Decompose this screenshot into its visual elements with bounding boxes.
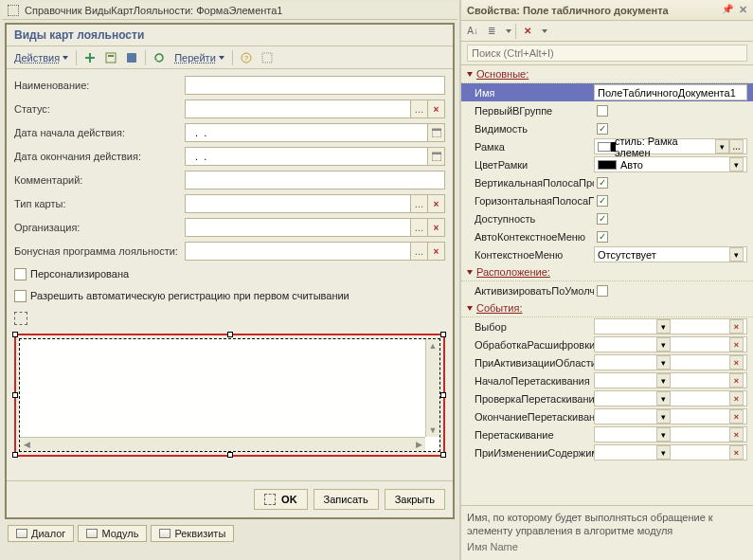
checkbox[interactable] (597, 285, 608, 297)
save-button[interactable]: Записать (314, 489, 379, 510)
resize-handle[interactable] (440, 392, 446, 398)
field-input[interactable] (185, 123, 428, 142)
field-input[interactable] (185, 194, 411, 213)
clear-button[interactable]: × (428, 99, 445, 118)
dropdown-icon[interactable]: ▾ (729, 157, 744, 172)
goto-menu[interactable]: Перейти (172, 50, 226, 65)
prop-event[interactable]: НачалоПеретаскивания ▾× (461, 371, 753, 389)
dropdown-icon[interactable]: ▾ (656, 373, 671, 388)
prop-event[interactable]: ОбработкаРасшифровки ▾× (461, 335, 753, 353)
close-icon[interactable]: ✕ (739, 4, 747, 16)
prop-frame-color[interactable]: ЦветРамкиАвто▾ (461, 155, 753, 173)
dropdown-icon[interactable]: ▾ (656, 319, 671, 334)
checkbox[interactable]: ✓ (597, 195, 608, 207)
checkbox[interactable]: ✓ (597, 123, 608, 135)
section-layout[interactable]: Расположение: (461, 263, 753, 281)
actions-menu[interactable]: Действия (12, 50, 70, 65)
section-main[interactable]: Основные: (461, 65, 753, 83)
clear-button[interactable]: × (729, 373, 744, 388)
clear-button[interactable]: × (428, 194, 445, 213)
add-icon[interactable] (82, 50, 98, 65)
scroll-left-icon[interactable]: ◀ (20, 438, 33, 451)
field-input[interactable] (185, 242, 411, 261)
prop-event[interactable]: ПриИзмененииСодержим ▾× (461, 443, 753, 461)
prop-event[interactable]: ПроверкаПеретаскивани ▾× (461, 389, 753, 407)
checkbox[interactable]: ✓ (597, 177, 608, 189)
dropdown-icon[interactable]: ▾ (656, 355, 671, 370)
field-input[interactable] (185, 171, 445, 190)
dropdown-icon[interactable]: ▾ (656, 427, 671, 442)
search-input[interactable] (467, 45, 747, 62)
checkbox[interactable] (14, 290, 27, 302)
dropdown-icon[interactable]: ▾ (656, 391, 671, 406)
sort-alpha-icon[interactable]: A↓ (465, 24, 480, 39)
resize-handle[interactable] (12, 332, 18, 337)
tab-модуль[interactable]: Модуль (78, 525, 147, 542)
prop-event[interactable]: Выбор ▾× (461, 317, 753, 335)
save-icon[interactable] (124, 50, 139, 65)
clear-button[interactable]: × (729, 319, 744, 334)
prop-event[interactable]: Перетаскивание ▾× (461, 425, 753, 443)
resize-handle[interactable] (12, 452, 18, 458)
dropdown-icon[interactable]: ▾ (656, 445, 671, 460)
tab-реквизиты[interactable]: Реквизиты (151, 525, 234, 542)
prop-hscroll[interactable]: ГоризонтальнаяПолосаП✓ (461, 191, 753, 209)
prop-first-in-group[interactable]: ПервыйВГруппе (461, 101, 753, 119)
resize-handle[interactable] (12, 392, 18, 398)
dropdown-icon[interactable]: ▾ (729, 247, 744, 262)
calendar-button[interactable] (428, 123, 445, 142)
category-icon[interactable]: ≣ (484, 24, 499, 39)
prop-event[interactable]: ПриАктивизацииОбласти ▾× (461, 353, 753, 371)
field-input[interactable] (185, 76, 445, 95)
pin-icon[interactable]: 📌 (722, 4, 733, 16)
clear-icon[interactable]: ✕ (520, 24, 535, 39)
scrollbar-horizontal[interactable]: ◀ ▶ (20, 437, 425, 451)
table-document-field[interactable]: ▲ ▼ ◀ ▶ (14, 334, 445, 457)
dropdown-icon[interactable]: ▾ (656, 337, 671, 352)
prop-enabled[interactable]: Доступность✓ (461, 209, 753, 227)
help-icon[interactable]: ? (239, 50, 254, 65)
close-button[interactable]: Закрыть (385, 489, 445, 510)
section-events[interactable]: События: (461, 299, 753, 317)
prop-event[interactable]: ОкончаниеПеретаскиван ▾× (461, 407, 753, 425)
clear-button[interactable]: × (729, 391, 744, 406)
scrollbar-vertical[interactable]: ▲ ▼ (425, 339, 439, 437)
field-input[interactable] (185, 218, 411, 237)
checkbox[interactable]: ✓ (597, 231, 608, 243)
resize-handle[interactable] (440, 452, 446, 458)
scroll-up-icon[interactable]: ▲ (426, 339, 439, 352)
clear-button[interactable]: × (729, 409, 744, 424)
scroll-down-icon[interactable]: ▼ (426, 424, 439, 437)
lookup-button[interactable]: … (411, 194, 428, 213)
lookup-button[interactable]: … (411, 242, 428, 261)
checkbox[interactable] (14, 268, 27, 280)
dropdown-icon[interactable]: ▾ (715, 139, 729, 154)
prop-vscroll[interactable]: ВертикальнаяПолосаПро✓ (461, 173, 753, 191)
clear-button[interactable]: × (729, 337, 744, 352)
list-icon[interactable] (103, 50, 118, 65)
clear-button[interactable]: × (729, 355, 744, 370)
prop-frame[interactable]: Рамкастиль: Рамка элемен▾… (461, 137, 753, 155)
lookup-button[interactable]: … (411, 218, 428, 237)
clear-button[interactable]: × (729, 445, 744, 460)
scroll-right-icon[interactable]: ▶ (412, 438, 425, 451)
checkbox[interactable]: ✓ (597, 213, 608, 225)
field-input[interactable] (185, 147, 428, 166)
more-button[interactable]: … (729, 139, 744, 154)
prop-autoctx[interactable]: АвтоКонтекстноеМеню✓ (461, 227, 753, 245)
refresh-icon[interactable] (152, 50, 167, 65)
lookup-button[interactable]: … (411, 99, 428, 118)
clear-button[interactable]: × (428, 242, 445, 261)
field-input[interactable] (185, 99, 411, 118)
resize-handle[interactable] (440, 332, 446, 337)
calendar-button[interactable] (428, 147, 445, 166)
dropdown-icon[interactable]: ▾ (656, 409, 671, 424)
ok-button[interactable]: OK (254, 489, 308, 510)
prop-ctxmenu[interactable]: КонтекстноеМенюОтсутствует▾ (461, 245, 753, 263)
clear-button[interactable]: × (428, 218, 445, 237)
prop-name[interactable]: ИмяПолеТабличногоДокумента1 (461, 83, 753, 101)
clear-button[interactable]: × (729, 427, 744, 442)
resize-handle[interactable] (227, 332, 233, 337)
checkbox[interactable] (597, 105, 608, 117)
dotted-icon[interactable] (260, 50, 275, 65)
